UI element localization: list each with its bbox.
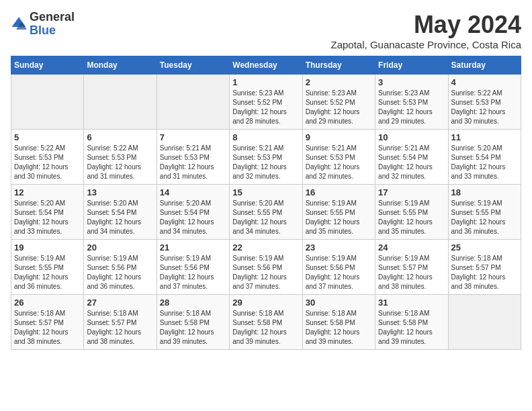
cell-content: Sunrise: 5:18 AM Sunset: 5:57 PM Dayligh…	[14, 309, 81, 347]
calendar-cell: 2Sunrise: 5:23 AM Sunset: 5:52 PM Daylig…	[302, 75, 375, 130]
day-number: 26	[14, 298, 81, 308]
day-number: 25	[451, 242, 518, 253]
cell-content: Sunrise: 5:18 AM Sunset: 5:58 PM Dayligh…	[232, 309, 299, 347]
calendar-cell	[84, 75, 157, 130]
calendar-cell: 23Sunrise: 5:19 AM Sunset: 5:56 PM Dayli…	[302, 240, 375, 295]
cell-content: Sunrise: 5:20 AM Sunset: 5:54 PM Dayligh…	[160, 199, 226, 236]
calendar-cell: 11Sunrise: 5:20 AM Sunset: 5:54 PM Dayli…	[448, 130, 521, 185]
cell-content: Sunrise: 5:23 AM Sunset: 5:52 PM Dayligh…	[306, 89, 372, 126]
calendar-cell: 25Sunrise: 5:18 AM Sunset: 5:57 PM Dayli…	[448, 240, 521, 295]
calendar-cell: 20Sunrise: 5:19 AM Sunset: 5:56 PM Dayli…	[84, 240, 157, 295]
calendar-cell: 16Sunrise: 5:19 AM Sunset: 5:55 PM Dayli…	[302, 185, 375, 240]
day-number: 9	[306, 132, 372, 142]
calendar-cell: 30Sunrise: 5:18 AM Sunset: 5:58 PM Dayli…	[302, 295, 375, 350]
cell-content: Sunrise: 5:19 AM Sunset: 5:55 PM Dayligh…	[378, 199, 445, 236]
calendar-header: SundayMondayTuesdayWednesdayThursdayFrid…	[11, 56, 521, 75]
calendar-cell: 13Sunrise: 5:20 AM Sunset: 5:54 PM Dayli…	[84, 185, 157, 240]
day-number: 21	[160, 242, 226, 253]
logo: General Blue	[11, 11, 75, 38]
day-number: 13	[87, 187, 153, 197]
cell-content: Sunrise: 5:20 AM Sunset: 5:54 PM Dayligh…	[451, 144, 518, 181]
logo-text: General Blue	[30, 11, 75, 38]
cell-content: Sunrise: 5:20 AM Sunset: 5:54 PM Dayligh…	[87, 199, 153, 236]
day-number: 29	[232, 298, 299, 308]
day-number: 19	[14, 242, 81, 253]
cell-content: Sunrise: 5:19 AM Sunset: 5:55 PM Dayligh…	[451, 199, 518, 236]
cell-content: Sunrise: 5:18 AM Sunset: 5:57 PM Dayligh…	[451, 254, 518, 291]
cell-content: Sunrise: 5:22 AM Sunset: 5:53 PM Dayligh…	[87, 144, 153, 181]
calendar-cell: 5Sunrise: 5:22 AM Sunset: 5:53 PM Daylig…	[11, 130, 84, 185]
calendar-cell: 7Sunrise: 5:21 AM Sunset: 5:53 PM Daylig…	[157, 130, 229, 185]
calendar-cell: 8Sunrise: 5:21 AM Sunset: 5:53 PM Daylig…	[230, 130, 302, 185]
header-cell-sunday: Sunday	[11, 56, 84, 75]
day-number: 3	[378, 77, 445, 87]
header-cell-thursday: Thursday	[302, 56, 375, 75]
calendar-cell: 26Sunrise: 5:18 AM Sunset: 5:57 PM Dayli…	[11, 295, 84, 350]
cell-content: Sunrise: 5:21 AM Sunset: 5:53 PM Dayligh…	[306, 144, 372, 181]
day-number: 23	[306, 242, 372, 253]
calendar-table: SundayMondayTuesdayWednesdayThursdayFrid…	[11, 56, 521, 350]
cell-content: Sunrise: 5:19 AM Sunset: 5:56 PM Dayligh…	[232, 254, 299, 291]
week-row-2: 12Sunrise: 5:20 AM Sunset: 5:54 PM Dayli…	[11, 185, 521, 240]
cell-content: Sunrise: 5:19 AM Sunset: 5:55 PM Dayligh…	[14, 254, 81, 291]
cell-content: Sunrise: 5:19 AM Sunset: 5:55 PM Dayligh…	[306, 199, 372, 236]
calendar-body: 1Sunrise: 5:23 AM Sunset: 5:52 PM Daylig…	[11, 75, 521, 350]
week-row-1: 5Sunrise: 5:22 AM Sunset: 5:53 PM Daylig…	[11, 130, 521, 185]
calendar-cell: 18Sunrise: 5:19 AM Sunset: 5:55 PM Dayli…	[448, 185, 521, 240]
cell-content: Sunrise: 5:18 AM Sunset: 5:58 PM Dayligh…	[378, 309, 445, 347]
calendar-cell	[157, 75, 229, 130]
header-row: SundayMondayTuesdayWednesdayThursdayFrid…	[11, 56, 521, 75]
header-cell-wednesday: Wednesday	[230, 56, 302, 75]
logo-icon	[11, 16, 27, 32]
calendar-cell: 19Sunrise: 5:19 AM Sunset: 5:55 PM Dayli…	[11, 240, 84, 295]
header-cell-tuesday: Tuesday	[157, 56, 229, 75]
day-number: 24	[378, 242, 445, 253]
header-cell-monday: Monday	[84, 56, 157, 75]
logo-blue-text: Blue	[30, 24, 75, 38]
week-row-4: 26Sunrise: 5:18 AM Sunset: 5:57 PM Dayli…	[11, 295, 521, 350]
day-number: 6	[87, 132, 153, 142]
calendar-cell: 22Sunrise: 5:19 AM Sunset: 5:56 PM Dayli…	[230, 240, 302, 295]
day-number: 20	[87, 242, 153, 253]
day-number: 10	[378, 132, 445, 142]
calendar-cell: 9Sunrise: 5:21 AM Sunset: 5:53 PM Daylig…	[302, 130, 375, 185]
calendar-cell: 1Sunrise: 5:23 AM Sunset: 5:52 PM Daylig…	[230, 75, 302, 130]
calendar-cell: 28Sunrise: 5:18 AM Sunset: 5:58 PM Dayli…	[157, 295, 229, 350]
header: General Blue May 2024 Zapotal, Guanacast…	[11, 11, 521, 50]
day-number: 4	[451, 77, 518, 87]
header-cell-friday: Friday	[375, 56, 448, 75]
day-number: 18	[451, 187, 518, 197]
calendar-cell: 3Sunrise: 5:23 AM Sunset: 5:53 PM Daylig…	[375, 75, 448, 130]
day-number: 16	[306, 187, 372, 197]
calendar-cell: 17Sunrise: 5:19 AM Sunset: 5:55 PM Dayli…	[375, 185, 448, 240]
month-title: May 2024	[331, 11, 521, 39]
day-number: 11	[451, 132, 518, 142]
calendar-cell: 21Sunrise: 5:19 AM Sunset: 5:56 PM Dayli…	[157, 240, 229, 295]
cell-content: Sunrise: 5:23 AM Sunset: 5:53 PM Dayligh…	[378, 89, 445, 126]
cell-content: Sunrise: 5:19 AM Sunset: 5:57 PM Dayligh…	[378, 254, 445, 291]
cell-content: Sunrise: 5:19 AM Sunset: 5:56 PM Dayligh…	[306, 254, 372, 291]
week-row-3: 19Sunrise: 5:19 AM Sunset: 5:55 PM Dayli…	[11, 240, 521, 295]
location-title: Zapotal, Guanacaste Province, Costa Rica	[331, 39, 521, 50]
day-number: 27	[87, 298, 153, 308]
day-number: 7	[160, 132, 226, 142]
cell-content: Sunrise: 5:21 AM Sunset: 5:53 PM Dayligh…	[232, 144, 299, 181]
day-number: 31	[378, 298, 445, 308]
day-number: 5	[14, 132, 81, 142]
day-number: 8	[232, 132, 299, 142]
day-number: 1	[232, 77, 299, 87]
week-row-0: 1Sunrise: 5:23 AM Sunset: 5:52 PM Daylig…	[11, 75, 521, 130]
cell-content: Sunrise: 5:20 AM Sunset: 5:54 PM Dayligh…	[14, 199, 81, 236]
day-number: 2	[306, 77, 372, 87]
day-number: 28	[160, 298, 226, 308]
calendar-cell	[448, 295, 521, 350]
day-number: 15	[232, 187, 299, 197]
cell-content: Sunrise: 5:18 AM Sunset: 5:58 PM Dayligh…	[160, 309, 226, 347]
day-number: 22	[232, 242, 299, 253]
calendar-cell: 6Sunrise: 5:22 AM Sunset: 5:53 PM Daylig…	[84, 130, 157, 185]
cell-content: Sunrise: 5:21 AM Sunset: 5:53 PM Dayligh…	[160, 144, 226, 181]
calendar-cell: 31Sunrise: 5:18 AM Sunset: 5:58 PM Dayli…	[375, 295, 448, 350]
calendar-cell: 4Sunrise: 5:22 AM Sunset: 5:53 PM Daylig…	[448, 75, 521, 130]
day-number: 14	[160, 187, 226, 197]
calendar-cell: 15Sunrise: 5:20 AM Sunset: 5:55 PM Dayli…	[230, 185, 302, 240]
